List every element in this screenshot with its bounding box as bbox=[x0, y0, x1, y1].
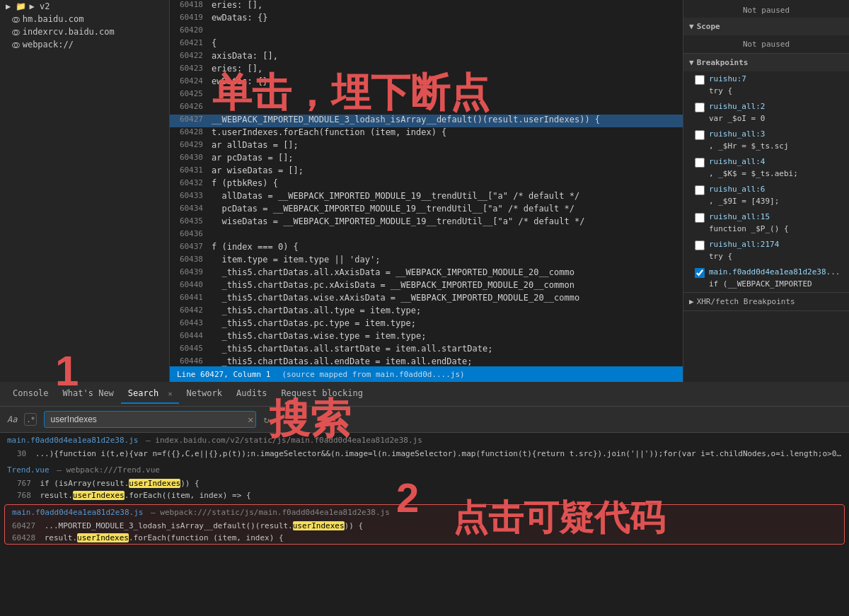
code-line[interactable]: 60428t.userIndexes.forEach(function (ite… bbox=[170, 127, 683, 140]
line-number: 60423 bbox=[170, 64, 209, 76]
breakpoint-item[interactable]: ruishu_all:6 , _$9I = [439]; bbox=[683, 182, 849, 209]
breakpoint-checkbox[interactable] bbox=[695, 185, 705, 195]
search-match: userIndexes bbox=[77, 533, 129, 542]
tab-request-blocking[interactable]: Request blocking bbox=[274, 384, 370, 404]
breakpoint-item[interactable]: ruishu_all:4 , _$K$ = $_ts.aebi; bbox=[683, 154, 849, 182]
tab-console[interactable]: Console bbox=[6, 384, 56, 404]
breakpoints-section: ▼ Breakpoints ruishu:7 try { ruishu_all:… bbox=[683, 54, 849, 293]
code-line[interactable]: 60440 _this5.chartDatas.pc.xAxisData = _… bbox=[170, 280, 683, 293]
line-number: 60428 bbox=[170, 127, 209, 140]
tab-whats-new[interactable]: What's New bbox=[56, 384, 121, 404]
breakpoint-file: ruishu_all:4 bbox=[709, 157, 765, 166]
result-file[interactable]: main.f0add0d4ea1ea81d2e38.js — index.bai… bbox=[0, 433, 849, 448]
tab-close-search[interactable]: ✕ bbox=[168, 390, 172, 397]
tab-audits[interactable]: Audits bbox=[229, 384, 274, 404]
code-line[interactable]: 60420 bbox=[170, 25, 683, 38]
code-line[interactable]: 60427__WEBPACK_IMPORTED_MODULE_3_lodash_… bbox=[170, 115, 683, 127]
code-line[interactable]: 60421{ bbox=[170, 38, 683, 51]
breakpoint-text: ruishu_all:4 , _$K$ = $_ts.aebi; bbox=[709, 156, 798, 180]
result-line[interactable]: 767 if (isArray(result.userIndexes)) { bbox=[0, 477, 849, 489]
breakpoint-text: ruishu_all:2 var _$oI = 0 bbox=[709, 101, 765, 124]
line-content: _this5.chartDatas.all.type = item.type; bbox=[209, 306, 683, 318]
breakpoint-item[interactable]: main.f0add0d4ea1ea81d2e38... if (__WEBPA… bbox=[683, 265, 849, 292]
code-line[interactable]: 60422axisData: [], bbox=[170, 51, 683, 64]
line-number: 60437 bbox=[170, 242, 209, 255]
code-line[interactable]: 60424ewDatas: {} bbox=[170, 76, 683, 89]
breakpoint-checkbox[interactable] bbox=[695, 130, 705, 140]
code-line[interactable]: 60434 pcDatas = __WEBPACK_IMPORTED_MODUL… bbox=[170, 204, 683, 216]
status-bar: Line 60427, Column 1 (source mapped from… bbox=[170, 366, 683, 382]
code-line[interactable]: 60437f (index === 0) { bbox=[170, 242, 683, 255]
code-line[interactable]: 60436 bbox=[170, 229, 683, 242]
code-line[interactable]: 60432f (ptbkRes) { bbox=[170, 178, 683, 191]
result-file[interactable]: main.f0add0d4ea1ea81d2e38.js — webpack:/… bbox=[5, 505, 844, 520]
breakpoint-checkbox[interactable] bbox=[695, 158, 705, 168]
result-section: Trend.vue — webpack:///Trend.vue767 if (… bbox=[0, 463, 849, 501]
sidebar-item-webpack[interactable]: ◯ ◯ webpack:// bbox=[0, 38, 169, 51]
breakpoint-checkbox[interactable] bbox=[695, 240, 705, 250]
code-line[interactable]: 60423eries: [], bbox=[170, 64, 683, 76]
breakpoint-checkbox[interactable] bbox=[695, 213, 705, 223]
breakpoint-checkbox[interactable] bbox=[695, 268, 705, 278]
breakpoints-header[interactable]: ▼ Breakpoints bbox=[683, 54, 849, 71]
result-line[interactable]: 60427 ...MPORTED_MODULE_3_lodash_isArray… bbox=[5, 520, 844, 532]
line-content: ar pcDatas = []; bbox=[209, 153, 683, 165]
breakpoints-list: ruishu:7 try { ruishu_all:2 var _$oI = 0… bbox=[683, 71, 849, 292]
breakpoint-item[interactable]: ruishu:7 try { bbox=[683, 71, 849, 99]
line-content bbox=[209, 89, 683, 102]
line-number: 60433 bbox=[170, 191, 209, 204]
xhr-header[interactable]: ▶ XHR/fetch Breakpoints bbox=[683, 293, 849, 310]
breakpoint-checkbox[interactable] bbox=[695, 75, 705, 85]
line-number: 60422 bbox=[170, 51, 209, 64]
breakpoint-file: ruishu_all:6 bbox=[709, 185, 765, 194]
code-line[interactable]: 60441 _this5.chartDatas.wise.xAxisData =… bbox=[170, 293, 683, 306]
result-file[interactable]: Trend.vue — webpack:///Trend.vue bbox=[0, 463, 849, 477]
breakpoint-item[interactable]: ruishu_all:2 var _$oI = 0 bbox=[683, 99, 849, 127]
breakpoint-item[interactable]: ruishu_all:15 function _$P_() { bbox=[683, 209, 849, 237]
code-line[interactable]: 60433 allDatas = __WEBPACK_IMPORTED_MODU… bbox=[170, 191, 683, 204]
line-number: 60445 bbox=[170, 344, 209, 356]
breakpoint-file: ruishu:7 bbox=[709, 74, 746, 83]
code-line[interactable]: 60444 _this5.chartDatas.wise.type = item… bbox=[170, 331, 683, 344]
result-line[interactable]: 60428 result.userIndexes.forEach(functio… bbox=[5, 532, 844, 544]
code-line[interactable]: 60418eries: [], bbox=[170, 0, 683, 13]
scope-header[interactable]: ▼ Scope bbox=[683, 18, 849, 35]
code-line[interactable]: 60439 _this5.chartDatas.all.xAxisData = … bbox=[170, 267, 683, 280]
code-line[interactable]: 60429ar allDatas = []; bbox=[170, 140, 683, 153]
search-refresh-button[interactable]: ↻ bbox=[263, 414, 269, 425]
sidebar-item-indexrcv[interactable]: ◯ ◯ indexrcv.baidu.com bbox=[0, 25, 169, 38]
line-content: item.type = item.type || 'day'; bbox=[209, 255, 683, 267]
breakpoint-checkbox[interactable] bbox=[695, 103, 705, 112]
sidebar-item-hm[interactable]: ◯ ◯ hm.baidu.com bbox=[0, 13, 169, 25]
result-filepath: — webpack:///static/js/main.f0add0d4ea1e… bbox=[151, 508, 390, 517]
result-line[interactable]: 768 result.userIndexes.forEach((item, in… bbox=[0, 489, 849, 501]
code-line[interactable]: 60445 _this5.chartDatas.all.startDate = … bbox=[170, 344, 683, 356]
line-number: 60446 bbox=[170, 356, 209, 366]
line-content: eries: [], bbox=[209, 64, 683, 76]
breakpoint-item[interactable]: ruishu_all:2174 try { bbox=[683, 237, 849, 265]
line-content: ewDatas: {} bbox=[209, 76, 683, 89]
code-line[interactable]: 60443 _this5.chartDatas.pc.type = item.t… bbox=[170, 318, 683, 331]
search-input[interactable] bbox=[44, 411, 256, 428]
result-line[interactable]: 30 ...){function i(t,e){var n=f({},C,e||… bbox=[0, 448, 849, 460]
breakpoint-item[interactable]: ruishu_all:3 , _$Hr = $_ts.scj bbox=[683, 127, 849, 154]
code-line[interactable]: 60430ar pcDatas = []; bbox=[170, 153, 683, 165]
code-line[interactable]: 60442 _this5.chartDatas.all.type = item.… bbox=[170, 306, 683, 318]
tab-network[interactable]: Network bbox=[179, 384, 229, 404]
breakpoint-file: ruishu_all:3 bbox=[709, 129, 765, 139]
code-line[interactable]: 60426 bbox=[170, 102, 683, 115]
line-content: __WEBPACK_IMPORTED_MODULE_3_lodash_isArr… bbox=[209, 115, 683, 127]
sidebar-item-v2[interactable]: ▶ 📁 ▶ v2 bbox=[0, 0, 169, 13]
tab-search[interactable]: Search ✕ bbox=[121, 384, 180, 404]
code-line[interactable]: 60431ar wiseDatas = []; bbox=[170, 165, 683, 178]
code-line[interactable]: 60419ewDatas: {} bbox=[170, 13, 683, 25]
breakpoint-text: ruishu_all:2174 try { bbox=[709, 239, 779, 262]
code-line[interactable]: 60446 _this5.chartDatas.all.endDate = it… bbox=[170, 356, 683, 366]
regex-button[interactable]: .* bbox=[24, 413, 37, 426]
code-line[interactable]: 60425 bbox=[170, 89, 683, 102]
search-clear-button[interactable]: ✕ bbox=[248, 414, 253, 425]
code-line[interactable]: 60438 item.type = item.type || 'day'; bbox=[170, 255, 683, 267]
code-line[interactable]: 60435 wiseDatas = __WEBPACK_IMPORTED_MOD… bbox=[170, 216, 683, 229]
line-content: _this5.chartDatas.all.xAxisData = __WEBP… bbox=[209, 267, 683, 280]
line-content bbox=[209, 25, 683, 38]
